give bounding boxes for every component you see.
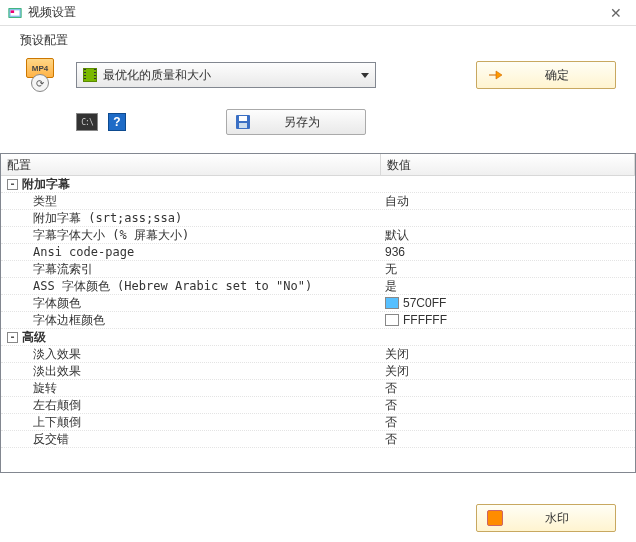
save-as-button[interactable]: 另存为 [226,109,366,135]
arrow-right-icon [487,68,503,82]
chevron-down-icon [361,73,369,78]
ok-button[interactable]: 确定 [476,61,616,89]
row-ansi[interactable]: Ansi code-page936 [1,244,635,261]
save-icon [235,114,251,130]
config-grid: 配置 数值 -附加字幕 类型自动 附加字幕 (srt;ass;ssa) 字幕字体… [0,153,636,473]
column-header-value[interactable]: 数值 [381,154,635,175]
row-flip-v[interactable]: 上下颠倒否 [1,414,635,431]
color-swatch [385,297,399,309]
app-icon [8,6,22,20]
console-icon[interactable]: C:\ [76,113,98,131]
watermark-button[interactable]: 水印 [476,504,616,532]
svg-rect-2 [11,10,15,13]
group-advanced[interactable]: -高级 [1,329,635,346]
window-title: 视频设置 [28,4,76,21]
color-swatch [385,314,399,326]
collapse-icon[interactable]: - [7,332,18,343]
row-deinterlace[interactable]: 反交错否 [1,431,635,448]
row-font-color[interactable]: 字体颜色57C0FF [1,295,635,312]
row-fade-in[interactable]: 淡入效果关闭 [1,346,635,363]
row-rotate[interactable]: 旋转否 [1,380,635,397]
preset-dropdown[interactable]: 最优化的质量和大小 [76,62,376,88]
row-ass-color[interactable]: ASS 字体颜色 (Hebrew Arabic set to "No")是 [1,278,635,295]
row-font-size[interactable]: 字幕字体大小 (% 屏幕大小)默认 [1,227,635,244]
watermark-icon [487,510,503,526]
title-bar: 视频设置 ✕ [0,0,636,26]
row-border-color[interactable]: 字体边框颜色FFFFFF [1,312,635,329]
row-type[interactable]: 类型自动 [1,193,635,210]
close-icon[interactable]: ✕ [604,3,628,23]
format-icon: MP4 ⟳ [20,55,60,95]
collapse-icon[interactable]: - [7,179,18,190]
svg-rect-5 [239,123,247,128]
row-stream-index[interactable]: 字幕流索引无 [1,261,635,278]
row-extra-sub[interactable]: 附加字幕 (srt;ass;ssa) [1,210,635,227]
column-header-name[interactable]: 配置 [1,154,381,175]
help-icon[interactable]: ? [108,113,126,131]
group-subtitles[interactable]: -附加字幕 [1,176,635,193]
row-fade-out[interactable]: 淡出效果关闭 [1,363,635,380]
preset-section-label: 预设配置 [20,32,616,49]
row-flip-h[interactable]: 左右颠倒否 [1,397,635,414]
film-icon [83,68,97,82]
grid-body[interactable]: -附加字幕 类型自动 附加字幕 (srt;ass;ssa) 字幕字体大小 (% … [1,176,635,472]
svg-rect-4 [239,116,247,121]
